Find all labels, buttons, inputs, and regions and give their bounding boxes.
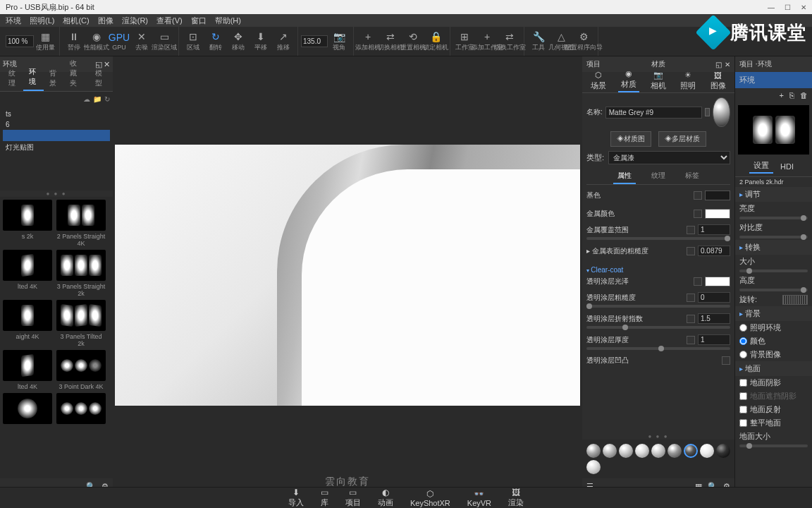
shadow-checkbox[interactable]: [739, 379, 747, 387]
preset-material[interactable]: [684, 444, 698, 458]
color-swatch[interactable]: [705, 190, 730, 200]
slider[interactable]: [586, 326, 730, 329]
resize-handle[interactable]: ● ● ●: [582, 433, 734, 440]
env-thumbnail[interactable]: 3 Panels Tilted 2k: [56, 300, 106, 347]
tab-models[interactable]: 模型: [90, 66, 110, 91]
color-swatch[interactable]: [705, 277, 730, 286]
preset-material[interactable]: [668, 444, 682, 458]
settings-tab[interactable]: 设置: [749, 159, 773, 174]
menu-item[interactable]: 图像: [98, 16, 113, 26]
texture-picker[interactable]: [687, 294, 695, 302]
tab-properties[interactable]: 属性: [613, 169, 636, 184]
env-thumbnail[interactable]: 3 Panels Straight 2k: [56, 250, 106, 297]
dolly-button[interactable]: ↗推移: [272, 28, 295, 56]
tab-animation[interactable]: ◐动画: [371, 486, 400, 508]
perf-button[interactable]: ◉性能模式: [85, 28, 108, 56]
transform-header[interactable]: ▸ 转换: [735, 240, 812, 255]
value-input[interactable]: [698, 292, 730, 303]
tab-material[interactable]: 材质: [651, 59, 665, 69]
occlusion-checkbox[interactable]: [739, 392, 747, 400]
preset-material[interactable]: [716, 444, 730, 458]
height-slider[interactable]: [739, 289, 808, 291]
reflect-checkbox[interactable]: [739, 406, 747, 413]
usage-button[interactable]: ▦使用量: [34, 28, 56, 56]
move-button[interactable]: ✥移动: [227, 28, 250, 56]
bg-image-radio[interactable]: [739, 351, 747, 358]
undock-icon[interactable]: ◱: [715, 61, 722, 68]
tree-item[interactable]: ts: [3, 109, 110, 119]
texture-picker[interactable]: [722, 356, 730, 365]
area-button[interactable]: ⊡区域: [182, 28, 204, 56]
perspective-button[interactable]: 📷视角: [328, 28, 350, 56]
material-type-select[interactable]: 金属漆: [608, 151, 730, 164]
tab-library[interactable]: ▭库: [314, 486, 336, 508]
ground-header[interactable]: ▸ 地面: [735, 361, 812, 376]
env-thumbnail[interactable]: 3 Point Dark 4K: [56, 350, 106, 390]
tab-backgrounds[interactable]: 背景: [44, 66, 64, 91]
preset-material[interactable]: [700, 444, 714, 458]
wizard-button[interactable]: ⚙配置程序向导: [572, 28, 595, 56]
region-button[interactable]: ▭渲染区域: [153, 28, 176, 56]
flip-button[interactable]: ↻翻转: [204, 28, 227, 56]
slider[interactable]: [586, 237, 730, 240]
tab-material[interactable]: ◉材质: [618, 68, 639, 92]
value-input[interactable]: [698, 334, 730, 345]
color-swatch[interactable]: [705, 209, 730, 219]
tab-labels[interactable]: 标签: [681, 169, 703, 184]
tab-keyshotxr[interactable]: ⬡KeyShotXR: [403, 488, 457, 509]
env-thumbnail[interactable]: 2 Panels Straight 4K: [56, 200, 106, 247]
env-thumbnail[interactable]: [56, 393, 106, 424]
copy-icon[interactable]: ⎘: [789, 91, 794, 99]
bg-lighting-radio[interactable]: [739, 324, 747, 332]
env-thumbnail[interactable]: lted 4K: [3, 250, 52, 297]
fps-input[interactable]: [301, 35, 328, 47]
delete-icon[interactable]: 🗑: [800, 91, 808, 99]
material-name-input[interactable]: [605, 107, 702, 119]
env-thumbnail[interactable]: aight 4K: [3, 300, 52, 347]
add-icon[interactable]: +: [780, 91, 784, 99]
menu-item[interactable]: 照明(L): [30, 16, 54, 26]
bg-color-radio[interactable]: [739, 337, 747, 345]
adjust-header[interactable]: ▸ 调节: [735, 187, 812, 202]
tab-project[interactable]: 项目: [586, 59, 601, 69]
tab-import[interactable]: ⬇导入: [281, 486, 311, 508]
value-input[interactable]: [698, 224, 730, 235]
clearcoat-header[interactable]: Clear-coat: [586, 266, 730, 274]
cloud-icon[interactable]: ☁: [83, 95, 90, 103]
tab-camera[interactable]: 📷相机: [648, 69, 669, 92]
switch-camera-button[interactable]: ⇄切换相机: [379, 28, 402, 56]
material-graph-button[interactable]: ◈材质图: [610, 131, 651, 147]
texture-picker[interactable]: [694, 277, 702, 286]
texture-picker[interactable]: [687, 226, 695, 234]
tab-project[interactable]: ▭项目: [338, 486, 368, 508]
slider[interactable]: [586, 305, 730, 308]
hdr-tab[interactable]: HDI: [776, 161, 798, 172]
background-header[interactable]: ▸ 背景: [735, 306, 812, 321]
tab-favorites[interactable]: 收藏夹: [64, 56, 90, 91]
save-icon[interactable]: [705, 108, 710, 116]
tab-textures[interactable]: 纹理: [3, 66, 23, 91]
menu-item[interactable]: 帮助(H): [215, 16, 241, 26]
ground-size-slider[interactable]: [739, 445, 808, 447]
size-slider[interactable]: [739, 270, 808, 272]
preset-material[interactable]: [651, 444, 665, 458]
minimize-icon[interactable]: —: [768, 4, 775, 11]
texture-picker[interactable]: [694, 191, 702, 200]
value-input[interactable]: [698, 313, 730, 324]
tools-button[interactable]: 🔧工具: [527, 28, 550, 56]
preset-material[interactable]: [603, 444, 617, 458]
switch-studio-button[interactable]: ⇄切换工作室: [498, 28, 521, 56]
tab-environments[interactable]: 环境: [23, 64, 44, 91]
lock-camera-button[interactable]: 🔒锁定相机: [424, 28, 447, 56]
refresh-icon[interactable]: ↻: [104, 95, 110, 103]
flatten-checkbox[interactable]: [739, 419, 747, 427]
gpu-button[interactable]: GPUGPU: [108, 28, 130, 56]
tab-lighting[interactable]: ☀照明: [677, 69, 699, 92]
close-icon[interactable]: ✕: [801, 4, 806, 11]
menu-item[interactable]: 查看(V): [156, 16, 183, 26]
resize-handle[interactable]: ● ● ●: [0, 190, 113, 197]
material-preview[interactable]: [713, 97, 730, 127]
menu-item[interactable]: 环境: [6, 16, 21, 26]
menu-item[interactable]: 窗口: [191, 16, 207, 26]
denoise-button[interactable]: ✕去噪: [130, 28, 153, 56]
